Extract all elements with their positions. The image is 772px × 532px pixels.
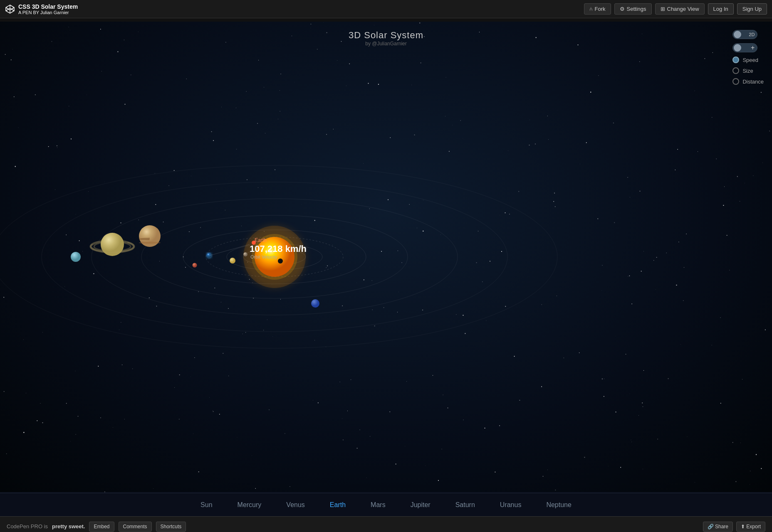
svg-point-16	[252, 234, 297, 280]
svg-point-10	[183, 230, 366, 284]
svg-point-8	[227, 244, 322, 270]
svg-point-22	[91, 241, 134, 252]
svg-point-18	[139, 238, 161, 240]
footer-actions: 🔗 Share ⬆ Export	[703, 522, 765, 532]
sun-planet[interactable]	[255, 237, 294, 277]
shortcuts-button[interactable]: Shortcuts	[156, 522, 186, 532]
toggle-plus-label: +	[751, 44, 755, 52]
neptune-planet[interactable]	[311, 299, 319, 308]
planet-nav-venus[interactable]: Venus	[286, 501, 304, 509]
svg-point-20	[91, 241, 134, 252]
speed-label: Speed	[742, 57, 758, 63]
planet-nav-sun[interactable]: Sun	[200, 501, 212, 509]
toggle-2d-row: 2D	[732, 30, 764, 39]
starfield-canvas	[0, 22, 772, 492]
earth-planet[interactable]	[206, 253, 212, 259]
solar-main-title: 3D Solar System	[349, 30, 423, 41]
embed-button[interactable]: Embed	[89, 522, 114, 532]
footer-promo: CodePen PRO is pretty sweet. Embed Comme…	[7, 522, 186, 532]
view-icon: ⊞	[661, 6, 665, 12]
size-label: Size	[742, 68, 753, 74]
planet-nav-neptune[interactable]: Neptune	[546, 501, 572, 509]
toggle-2d-switch[interactable]: 2D	[732, 30, 757, 39]
distance-radio[interactable]	[732, 78, 739, 85]
planet-nav-uranus[interactable]: Uranus	[500, 501, 522, 509]
settings-button[interactable]: ⚙ Settings	[614, 3, 652, 15]
size-radio[interactable]	[732, 67, 739, 74]
earth-tooltip-name: Earth	[255, 237, 267, 243]
top-navigation: CSS 3D Solar System A PEN BY Julian Garn…	[0, 0, 772, 18]
svg-point-21	[94, 242, 131, 251]
distance-radio-row: Distance	[732, 78, 764, 85]
nav-actions: ⑃ Fork ⚙ Settings ⊞ Change View Log In S…	[584, 3, 767, 15]
promo-text: CodePen PRO is	[7, 523, 48, 530]
planet-nav-mercury[interactable]: Mercury	[238, 501, 262, 509]
svg-point-11	[141, 215, 408, 298]
top-divider	[0, 18, 772, 22]
pen-author: A PEN BY Julian Garnier	[18, 10, 78, 15]
share-button[interactable]: 🔗 Share	[703, 522, 733, 532]
speed-radio[interactable]	[732, 57, 739, 63]
toggle-plus-knob	[734, 44, 741, 52]
toggle-knob	[734, 31, 741, 38]
fork-button[interactable]: ⑃ Fork	[584, 3, 611, 15]
planet-nav-earth[interactable]: Earth	[330, 501, 346, 509]
solar-system-canvas: 3D Solar System by @JulianGarnier 2D + S…	[0, 22, 772, 492]
footer-bar: CodePen PRO is pretty sweet. Embed Comme…	[0, 516, 772, 532]
solar-subtitle: by @JulianGarnier	[349, 41, 423, 47]
export-button[interactable]: ⬆ Export	[736, 522, 765, 532]
earth-tooltip-speed: 107,218 km/h	[250, 244, 307, 254]
login-button[interactable]: Log In	[708, 3, 734, 15]
comments-button[interactable]: Comments	[119, 522, 152, 532]
controls-panel: 2D + Speed Size Distance	[732, 30, 764, 85]
mercury-planet[interactable]	[243, 252, 247, 256]
planet-nav-mars[interactable]: Mars	[371, 501, 386, 509]
author-name: Julian Garnier	[40, 10, 69, 15]
planet-nav-jupiter[interactable]: Jupiter	[411, 501, 431, 509]
svg-point-12	[92, 199, 458, 315]
venus-planet[interactable]	[230, 258, 235, 264]
nav-brand: CSS 3D Solar System A PEN BY Julian Garn…	[5, 3, 78, 15]
planet-nav-saturn[interactable]: Saturn	[455, 501, 475, 509]
toggle-2d-label: 2D	[749, 32, 755, 37]
pen-label: A PEN BY	[18, 10, 39, 15]
svg-line-17	[209, 244, 250, 256]
fork-icon: ⑃	[589, 6, 593, 12]
signup-button[interactable]: Sign Up	[737, 3, 767, 15]
svg-point-15	[243, 226, 306, 288]
speed-radio-row: Speed	[732, 57, 764, 63]
planet-navigation: SunMercuryVenusEarthMarsJupiterSaturnUra…	[0, 493, 772, 516]
mars-planet[interactable]	[193, 263, 197, 268]
promo-highlight: pretty sweet.	[52, 523, 85, 530]
size-radio-row: Size	[732, 67, 764, 74]
svg-point-9	[206, 237, 343, 277]
svg-point-7	[243, 249, 306, 265]
solar-title-block: 3D Solar System by @JulianGarnier	[349, 30, 423, 47]
pen-title: CSS 3D Solar System	[18, 3, 78, 10]
earth-tooltip-sublabel: Orbit Velocity	[250, 254, 277, 259]
saturn-planet[interactable]	[101, 233, 124, 256]
toggle-plus-row: +	[732, 43, 764, 52]
uranus-planet[interactable]	[71, 252, 81, 262]
transit-dot	[278, 259, 283, 264]
distance-label: Distance	[742, 79, 764, 85]
svg-point-14	[0, 165, 557, 348]
codepen-logo-icon	[5, 4, 15, 14]
earth-indicator-dot	[252, 241, 256, 245]
svg-point-19	[139, 242, 161, 244]
svg-point-13	[42, 182, 507, 332]
jupiter-planet[interactable]	[139, 225, 161, 247]
toggle-plus-switch[interactable]: +	[732, 43, 757, 52]
change-view-button[interactable]: ⊞ Change View	[655, 3, 705, 15]
settings-icon: ⚙	[620, 6, 625, 12]
orbit-paths-svg: Earth 107,218 km/h Orbit Velocity	[0, 22, 772, 492]
